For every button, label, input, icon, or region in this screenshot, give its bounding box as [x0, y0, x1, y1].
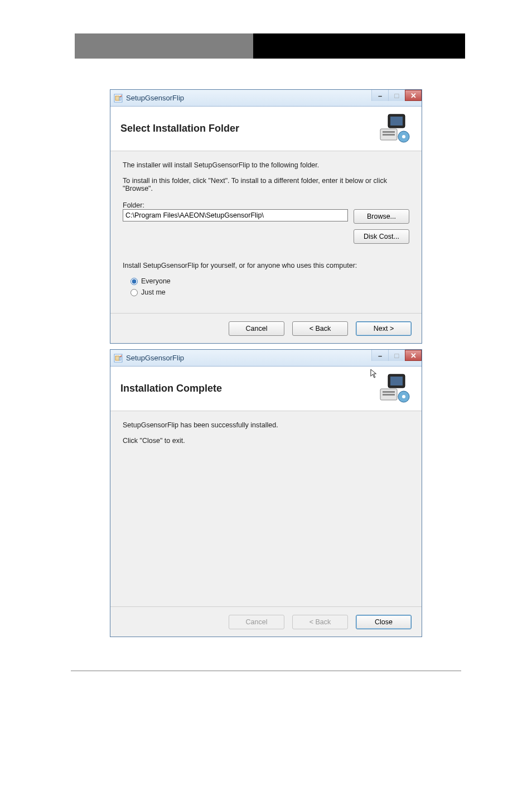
cancel-button: Cancel — [229, 615, 284, 629]
svg-rect-14 — [390, 377, 403, 385]
svg-rect-6 — [383, 131, 395, 133]
dialog-body: SetupGsensorFlip has been successfully i… — [110, 411, 422, 606]
title-controls: – □ ✕ — [371, 90, 422, 101]
radio-just-me[interactable]: Just me — [130, 288, 409, 296]
dialog-footer: Cancel < Back Next > — [110, 313, 422, 343]
title-controls: – □ ✕ — [371, 350, 422, 361]
intro-text-2: To install in this folder, click "Next".… — [123, 177, 409, 192]
back-button: < Back — [292, 615, 348, 629]
titlebar[interactable]: SetupGsensorFlip – □ ✕ — [110, 90, 422, 107]
minimize-button[interactable]: – — [371, 350, 388, 361]
page-footer-divider — [71, 671, 461, 671]
intro-text-1: The installer will install SetupGsensorF… — [123, 161, 409, 169]
complete-text-2: Click "Close" to exit. — [123, 437, 409, 445]
close-button[interactable]: ✕ — [405, 350, 422, 361]
svg-rect-11 — [115, 356, 119, 360]
titlebar[interactable]: SetupGsensorFlip – □ ✕ — [110, 350, 422, 367]
dialog-footer: Cancel < Back Close — [110, 606, 422, 637]
window-title: SetupGsensorFlip — [126, 94, 184, 102]
next-button[interactable]: Next > — [356, 321, 412, 336]
header-right-block — [253, 33, 465, 59]
folder-input[interactable] — [123, 209, 348, 221]
close-button[interactable]: ✕ — [405, 90, 422, 101]
banner-title: Installation Complete — [120, 383, 222, 394]
disk-cost-button[interactable]: Disk Cost... — [354, 229, 409, 244]
minimize-button[interactable]: – — [371, 90, 388, 101]
header-left-block — [75, 33, 253, 59]
radio-everyone-label: Everyone — [141, 277, 171, 285]
dialog-body: The installer will install SetupGsensorF… — [110, 151, 422, 313]
svg-rect-4 — [390, 117, 403, 126]
radio-everyone-input[interactable] — [130, 278, 138, 285]
banner: Select Installation Folder — [110, 107, 422, 151]
svg-rect-17 — [383, 394, 395, 396]
svg-rect-2 — [119, 97, 121, 100]
svg-point-19 — [402, 395, 405, 398]
page-header-strip — [75, 33, 465, 59]
back-button[interactable]: < Back — [292, 321, 348, 336]
installer-dialog-complete: SetupGsensorFlip – □ ✕ Installation Comp… — [110, 349, 422, 637]
radio-just-me-input[interactable] — [130, 289, 138, 296]
installer-dialog-select-folder: SetupGsensorFlip – □ ✕ Select Installati… — [110, 89, 422, 344]
svg-rect-7 — [383, 134, 395, 136]
radio-just-me-label: Just me — [141, 288, 166, 296]
folder-label: Folder: — [123, 201, 409, 209]
installer-app-icon — [114, 94, 123, 103]
close-button[interactable]: Close — [356, 615, 412, 629]
cancel-button[interactable]: Cancel — [229, 321, 284, 336]
installer-app-icon — [114, 354, 123, 363]
install-for-prompt: Install SetupGsensorFlip for yourself, o… — [123, 262, 409, 269]
installer-banner-icon — [376, 113, 412, 144]
svg-rect-1 — [115, 96, 119, 100]
banner-title: Select Installation Folder — [120, 123, 239, 134]
svg-rect-16 — [383, 391, 395, 393]
svg-rect-12 — [119, 357, 121, 360]
installer-banner-icon — [376, 373, 412, 404]
maximize-button: □ — [388, 350, 405, 361]
radio-everyone[interactable]: Everyone — [130, 277, 409, 285]
banner: Installation Complete — [110, 367, 422, 411]
browse-button[interactable]: Browse... — [354, 209, 409, 224]
svg-point-9 — [402, 135, 405, 138]
maximize-button: □ — [388, 90, 405, 101]
complete-text-1: SetupGsensorFlip has been successfully i… — [123, 421, 409, 429]
window-title: SetupGsensorFlip — [126, 354, 184, 362]
